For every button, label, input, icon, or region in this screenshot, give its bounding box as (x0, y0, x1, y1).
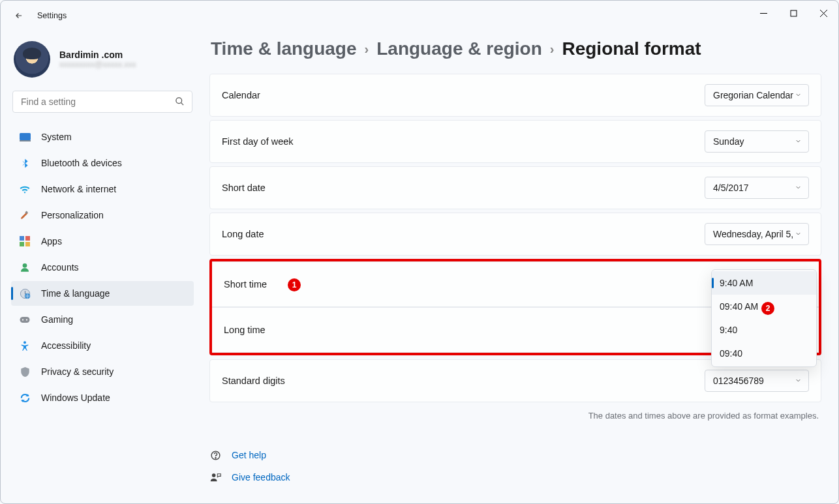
breadcrumb: Time & language › Language & region › Re… (209, 36, 821, 74)
chevron-down-icon (795, 229, 802, 239)
nav-label: Windows Update (41, 393, 110, 403)
svg-rect-11 (20, 242, 24, 246)
short-time-dropdown: 9:40 AM 09:40 AM 9:40 09:40 (711, 269, 817, 367)
svg-rect-6 (20, 133, 31, 140)
person-icon (19, 261, 31, 273)
annotation-badge-1: 1 (288, 278, 301, 291)
svg-point-21 (215, 457, 215, 458)
nav-list: System Bluetooth & devices Network & int… (11, 125, 194, 410)
nav-item-privacy[interactable]: Privacy & security (11, 359, 194, 384)
svg-rect-7 (20, 140, 31, 141)
shield-icon (19, 366, 31, 378)
nav-item-bluetooth[interactable]: Bluetooth & devices (11, 151, 194, 175)
svg-rect-12 (25, 242, 30, 246)
chevron-down-icon (795, 136, 802, 147)
search-container (12, 91, 192, 113)
breadcrumb-language-region[interactable]: Language & region (376, 38, 542, 59)
nav-label: Time & language (41, 288, 110, 299)
select-value: Wednesday, April 5, (713, 229, 793, 239)
nav-label: Gaming (41, 314, 73, 325)
setting-label: Short date (222, 183, 266, 193)
wifi-icon (19, 183, 31, 195)
accessibility-icon (19, 340, 31, 351)
nav-item-personalization[interactable]: Personalization (11, 203, 194, 228)
profile-email: xxxxxxxxx@xxxxx.xxx (59, 60, 136, 69)
sidebar: Bardimin .com xxxxxxxxx@xxxxx.xxx System… (1, 31, 203, 503)
nav-item-update[interactable]: Windows Update (11, 385, 194, 410)
help-section: Get help Give feedback (209, 439, 821, 488)
nav-label: Personalization (41, 210, 104, 220)
svg-point-22 (211, 473, 215, 477)
window-title: Settings (37, 11, 67, 20)
get-help-link[interactable]: Get help (232, 450, 266, 460)
avatar (14, 41, 50, 78)
maximize-button[interactable] (778, 1, 808, 25)
setting-label: Long date (222, 229, 264, 239)
profile-name: Bardimin .com (59, 50, 136, 60)
setting-long-date: Long date Wednesday, April 5, (209, 213, 821, 256)
nav-label: Accessibility (41, 340, 91, 351)
nav-label: Accounts (41, 262, 79, 273)
svg-point-17 (22, 319, 23, 320)
shortdate-select[interactable]: 4/5/2017 (705, 177, 809, 199)
setting-label: Short time (224, 279, 267, 289)
minimize-button[interactable] (748, 1, 778, 25)
search-input[interactable] (12, 91, 192, 113)
gamepad-icon (19, 314, 31, 325)
calendar-select[interactable]: Gregorian Calendar (705, 84, 809, 106)
bluetooth-icon (19, 157, 31, 169)
nav-item-apps[interactable]: Apps (11, 229, 194, 254)
nav-label: Apps (41, 236, 62, 246)
nav-item-accessibility[interactable]: Accessibility (11, 333, 194, 358)
digits-select[interactable]: 0123456789 (705, 370, 809, 392)
chevron-down-icon (795, 376, 802, 386)
titlebar: Settings (1, 1, 838, 31)
dropdown-option[interactable]: 9:40 AM (712, 271, 816, 295)
setting-short-date: Short date 4/5/2017 (209, 166, 821, 209)
svg-rect-9 (20, 236, 24, 241)
back-button[interactable] (14, 10, 24, 21)
svg-rect-10 (25, 236, 30, 241)
nav-item-network[interactable]: Network & internet (11, 177, 194, 201)
give-feedback-link[interactable]: Give feedback (232, 472, 290, 482)
chevron-down-icon (795, 90, 802, 100)
select-value: 4/5/2017 (713, 183, 749, 193)
chevron-down-icon (795, 183, 802, 193)
nav-label: System (41, 132, 72, 142)
help-icon (209, 449, 221, 461)
setting-calendar: Calendar Gregorian Calendar (209, 74, 821, 117)
clock-globe-icon (19, 288, 31, 299)
nav-label: Network & internet (41, 184, 116, 194)
svg-point-13 (23, 263, 27, 268)
brush-icon (19, 209, 31, 221)
dropdown-option[interactable]: 9:40 (712, 318, 816, 342)
window-controls (748, 1, 838, 25)
profile-block[interactable]: Bardimin .com xxxxxxxxx@xxxxx.xxx (11, 37, 194, 88)
format-note: The dates and times above are provided a… (209, 406, 821, 439)
nav-item-time-language[interactable]: Time & language (11, 281, 194, 306)
svg-rect-16 (20, 317, 30, 323)
setting-label: Long time (224, 325, 266, 335)
svg-point-19 (23, 341, 26, 344)
update-icon (19, 392, 31, 404)
apps-icon (19, 235, 31, 247)
longdate-select[interactable]: Wednesday, April 5, (705, 223, 809, 245)
system-icon (19, 131, 31, 143)
feedback-row: Give feedback (209, 466, 821, 488)
nav-label: Bluetooth & devices (41, 158, 122, 168)
nav-item-accounts[interactable]: Accounts (11, 255, 194, 280)
select-value: Sunday (713, 136, 744, 147)
dropdown-option[interactable]: 09:40 (712, 342, 816, 365)
nav-item-gaming[interactable]: Gaming (11, 307, 194, 332)
get-help-row: Get help (209, 444, 821, 466)
annotation-badge-2: 2 (761, 302, 774, 315)
nav-label: Privacy & security (41, 366, 114, 377)
firstday-select[interactable]: Sunday (705, 130, 809, 153)
nav-item-system[interactable]: System (11, 125, 194, 149)
breadcrumb-current: Regional format (562, 38, 701, 59)
select-value: 0123456789 (713, 376, 764, 386)
setting-label: Calendar (222, 90, 260, 100)
breadcrumb-time-language[interactable]: Time & language (211, 38, 357, 59)
close-button[interactable] (808, 1, 838, 25)
select-value: Gregorian Calendar (713, 90, 793, 100)
